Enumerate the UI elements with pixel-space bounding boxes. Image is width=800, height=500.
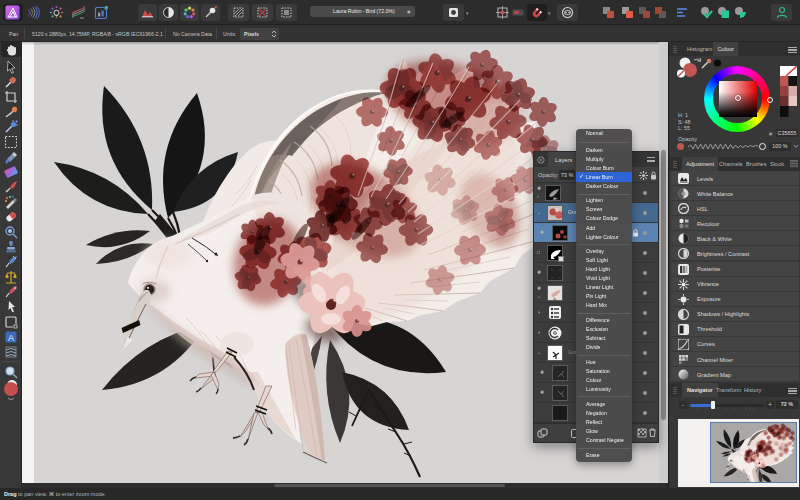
svg-text:A: A xyxy=(8,333,14,343)
